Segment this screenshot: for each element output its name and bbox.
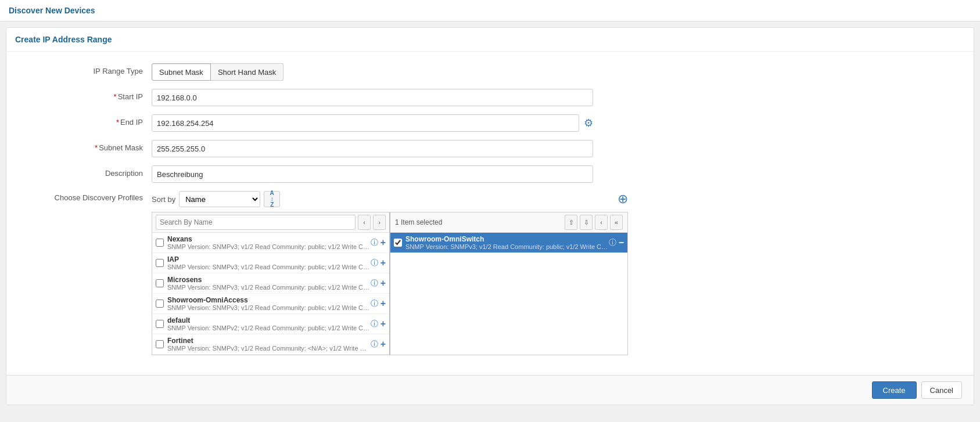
ip-range-type-buttons: Subnet Mask Short Hand Mask bbox=[152, 63, 283, 81]
profile-name: IAP bbox=[167, 255, 371, 264]
selected-count: 1 Item selected bbox=[395, 218, 562, 226]
page-footer: Create Cancel bbox=[6, 375, 974, 405]
profile-info: Fortinet SNMP Version: SNMPv3; v1/2 Read… bbox=[167, 337, 371, 352]
info-button-nexans[interactable]: ⓘ bbox=[371, 237, 378, 248]
list-item[interactable]: Showroom-OmniAccess SNMP Version: SNMPv3… bbox=[152, 294, 389, 314]
sort-select[interactable]: Name bbox=[179, 191, 260, 207]
add-profile-button[interactable]: ⊕ bbox=[618, 192, 628, 207]
right-nav-up-btn[interactable]: ⇧ bbox=[565, 215, 577, 230]
info-button-showroom-omniaccess[interactable]: ⓘ bbox=[371, 298, 378, 309]
discovery-profiles-container: Sort by Name A↕Z ⊕ bbox=[152, 191, 628, 355]
profile-desc: SNMP Version: SNMPv3; v1/2 Read Communit… bbox=[167, 243, 371, 250]
profile-info: Showroom-OmniAccess SNMP Version: SNMPv3… bbox=[167, 296, 371, 311]
left-panel: ‹ › Nexans SNMP Version: SNMPv3; v1/2 Re… bbox=[152, 212, 390, 355]
az-icon: A↕Z bbox=[270, 190, 274, 208]
add-button-nexans[interactable]: + bbox=[380, 238, 386, 247]
right-nav-down-btn[interactable]: ⇩ bbox=[580, 215, 593, 230]
list-item[interactable]: Fortinet SNMP Version: SNMPv3; v1/2 Read… bbox=[152, 334, 389, 355]
profile-name: Fortinet bbox=[167, 337, 371, 345]
profile-checkbox-showroom-omniaccess[interactable] bbox=[156, 300, 164, 308]
add-button-showroom-omniaccess[interactable]: + bbox=[380, 299, 386, 308]
profile-checkbox-showroom-omniswitch[interactable] bbox=[394, 239, 402, 247]
search-prev-btn[interactable]: ‹ bbox=[358, 215, 371, 230]
profile-name: default bbox=[167, 316, 371, 324]
profile-desc: SNMP Version: SNMPv3; v1/2 Read Communit… bbox=[167, 345, 371, 352]
profile-info: Nexans SNMP Version: SNMPv3; v1/2 Read C… bbox=[167, 235, 371, 250]
discovery-profiles-row: Choose Discovery Profiles Sort by Name A… bbox=[24, 191, 956, 355]
profile-desc: SNMP Version: SNMPv2; v1/2 Read Communit… bbox=[167, 324, 371, 331]
end-ip-row: *End IP ⚙ bbox=[24, 114, 956, 132]
list-item[interactable]: Nexans SNMP Version: SNMPv3; v1/2 Read C… bbox=[152, 233, 389, 253]
shorthand-mask-btn[interactable]: Short Hand Mask bbox=[211, 63, 283, 81]
discovery-profiles-label: Choose Discovery Profiles bbox=[24, 191, 152, 202]
cancel-button[interactable]: Cancel bbox=[921, 381, 962, 399]
subnet-mask-label: *Subnet Mask bbox=[24, 140, 152, 152]
subnet-mask-btn[interactable]: Subnet Mask bbox=[152, 63, 211, 81]
add-button-default[interactable]: + bbox=[380, 319, 386, 329]
list-item[interactable]: Microsens SNMP Version: SNMPv3; v1/2 Rea… bbox=[152, 273, 389, 294]
profile-info: Showroom-OmniSwitch SNMP Version: SNMPv3… bbox=[405, 235, 609, 250]
list-item[interactable]: default SNMP Version: SNMPv2; v1/2 Read … bbox=[152, 314, 389, 334]
end-ip-label: *End IP bbox=[24, 114, 152, 127]
section-title: Create IP Address Range bbox=[6, 28, 974, 52]
profiles-panels: ‹ › Nexans SNMP Version: SNMPv3; v1/2 Re… bbox=[152, 212, 628, 355]
profile-info: default SNMP Version: SNMPv2; v1/2 Read … bbox=[167, 316, 371, 331]
list-item[interactable]: Showroom-OmniSwitch SNMP Version: SNMPv3… bbox=[390, 233, 627, 253]
right-profile-list: Showroom-OmniSwitch SNMP Version: SNMPv3… bbox=[390, 233, 627, 253]
description-row: Description bbox=[24, 165, 956, 183]
profile-desc: SNMP Version: SNMPv3; v1/2 Read Communit… bbox=[167, 264, 371, 270]
subnet-mask-input[interactable] bbox=[152, 140, 593, 157]
end-ip-wrapper: ⚙ bbox=[152, 114, 593, 132]
left-search-bar: ‹ › bbox=[152, 212, 389, 233]
search-next-btn[interactable]: › bbox=[373, 215, 386, 230]
add-button-iap[interactable]: + bbox=[380, 258, 386, 268]
page-content: Create IP Address Range IP Range Type Su… bbox=[6, 27, 974, 405]
subnet-mask-row: *Subnet Mask bbox=[24, 140, 956, 157]
selected-bar: 1 Item selected ⇧ ⇩ ‹ « bbox=[390, 212, 627, 233]
profile-checkbox-fortinet[interactable] bbox=[156, 340, 164, 348]
add-button-fortinet[interactable]: + bbox=[380, 340, 386, 349]
right-panel: 1 Item selected ⇧ ⇩ ‹ « Showroom-Omni bbox=[390, 212, 627, 355]
profile-desc: SNMP Version: SNMPv3; v1/2 Read Communit… bbox=[167, 284, 371, 291]
sort-by-label: Sort by bbox=[152, 195, 175, 204]
profile-desc: SNMP Version: SNMPv3; v1/2 Read Communit… bbox=[405, 243, 609, 250]
profile-checkbox-nexans[interactable] bbox=[156, 239, 164, 247]
profile-info: Microsens SNMP Version: SNMPv3; v1/2 Rea… bbox=[167, 276, 371, 291]
list-item[interactable]: IAP SNMP Version: SNMPv3; v1/2 Read Comm… bbox=[152, 253, 389, 273]
start-ip-row: *Start IP bbox=[24, 89, 956, 106]
profile-checkbox-default[interactable] bbox=[156, 320, 164, 328]
description-label: Description bbox=[24, 165, 152, 178]
ip-range-type-row: IP Range Type Subnet Mask Short Hand Mas… bbox=[24, 63, 956, 81]
ip-range-type-label: IP Range Type bbox=[24, 63, 152, 75]
info-button-default[interactable]: ⓘ bbox=[371, 319, 378, 329]
search-input[interactable] bbox=[156, 215, 356, 230]
description-input[interactable] bbox=[152, 165, 593, 183]
profile-name: Nexans bbox=[167, 235, 371, 243]
right-nav-first-btn[interactable]: « bbox=[610, 215, 623, 230]
info-button-microsens[interactable]: ⓘ bbox=[371, 278, 378, 288]
end-ip-input[interactable] bbox=[152, 114, 579, 132]
profile-checkbox-iap[interactable] bbox=[156, 259, 164, 267]
info-button-iap[interactable]: ⓘ bbox=[371, 258, 378, 268]
add-button-microsens[interactable]: + bbox=[380, 279, 386, 288]
profile-desc: SNMP Version: SNMPv3; v1/2 Read Communit… bbox=[167, 304, 371, 311]
gear-icon[interactable]: ⚙ bbox=[584, 117, 593, 129]
page-title[interactable]: Discover New Devices bbox=[9, 6, 95, 15]
profile-name: Microsens bbox=[167, 276, 371, 284]
profile-name: Showroom-OmniSwitch bbox=[405, 235, 609, 243]
remove-button-showroom-omniswitch[interactable]: − bbox=[619, 238, 624, 247]
start-ip-input[interactable] bbox=[152, 89, 593, 106]
left-profile-list: Nexans SNMP Version: SNMPv3; v1/2 Read C… bbox=[152, 233, 389, 355]
info-button-fortinet[interactable]: ⓘ bbox=[371, 339, 378, 349]
page-header: Discover New Devices bbox=[0, 0, 980, 21]
profile-info: IAP SNMP Version: SNMPv3; v1/2 Read Comm… bbox=[167, 255, 371, 270]
sort-bar: Sort by Name A↕Z ⊕ bbox=[152, 191, 628, 207]
right-nav-prev-btn[interactable]: ‹ bbox=[595, 215, 608, 230]
info-button-showroom-omniswitch[interactable]: ⓘ bbox=[609, 237, 616, 248]
start-ip-label: *Start IP bbox=[24, 89, 152, 101]
profile-checkbox-microsens[interactable] bbox=[156, 279, 164, 287]
profile-name: Showroom-OmniAccess bbox=[167, 296, 371, 304]
create-button[interactable]: Create bbox=[872, 381, 917, 399]
sort-az-button[interactable]: A↕Z bbox=[264, 191, 280, 207]
